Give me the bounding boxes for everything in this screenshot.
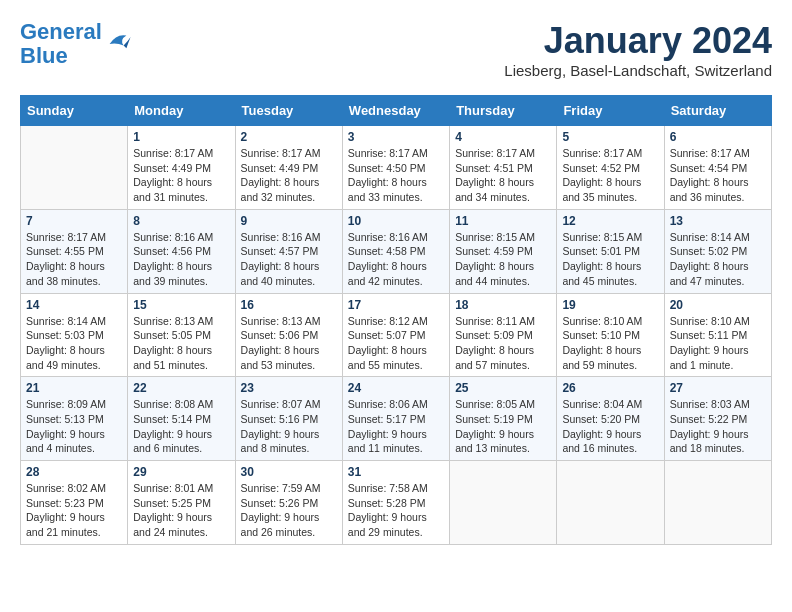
day-number: 3 bbox=[348, 130, 444, 144]
weekday-header-monday: Monday bbox=[128, 96, 235, 126]
calendar-cell: 31Sunrise: 7:58 AMSunset: 5:28 PMDayligh… bbox=[342, 461, 449, 545]
calendar-cell: 10Sunrise: 8:16 AMSunset: 4:58 PMDayligh… bbox=[342, 209, 449, 293]
day-info: Sunrise: 8:17 AMSunset: 4:55 PMDaylight:… bbox=[26, 230, 122, 289]
calendar-cell: 19Sunrise: 8:10 AMSunset: 5:10 PMDayligh… bbox=[557, 293, 664, 377]
day-info: Sunrise: 8:11 AMSunset: 5:09 PMDaylight:… bbox=[455, 314, 551, 373]
calendar-cell: 5Sunrise: 8:17 AMSunset: 4:52 PMDaylight… bbox=[557, 126, 664, 210]
calendar-cell: 30Sunrise: 7:59 AMSunset: 5:26 PMDayligh… bbox=[235, 461, 342, 545]
day-number: 11 bbox=[455, 214, 551, 228]
day-number: 14 bbox=[26, 298, 122, 312]
day-info: Sunrise: 8:17 AMSunset: 4:49 PMDaylight:… bbox=[133, 146, 229, 205]
weekday-header-row: SundayMondayTuesdayWednesdayThursdayFrid… bbox=[21, 96, 772, 126]
calendar-cell bbox=[664, 461, 771, 545]
day-number: 21 bbox=[26, 381, 122, 395]
day-info: Sunrise: 8:15 AMSunset: 5:01 PMDaylight:… bbox=[562, 230, 658, 289]
day-number: 22 bbox=[133, 381, 229, 395]
day-number: 30 bbox=[241, 465, 337, 479]
subtitle: Liesberg, Basel-Landschaft, Switzerland bbox=[504, 62, 772, 79]
calendar-cell: 14Sunrise: 8:14 AMSunset: 5:03 PMDayligh… bbox=[21, 293, 128, 377]
day-info: Sunrise: 7:59 AMSunset: 5:26 PMDaylight:… bbox=[241, 481, 337, 540]
day-number: 17 bbox=[348, 298, 444, 312]
calendar-body: 1Sunrise: 8:17 AMSunset: 4:49 PMDaylight… bbox=[21, 126, 772, 545]
day-number: 20 bbox=[670, 298, 766, 312]
calendar-cell bbox=[21, 126, 128, 210]
weekday-header-wednesday: Wednesday bbox=[342, 96, 449, 126]
weekday-header-saturday: Saturday bbox=[664, 96, 771, 126]
day-info: Sunrise: 8:04 AMSunset: 5:20 PMDaylight:… bbox=[562, 397, 658, 456]
day-number: 1 bbox=[133, 130, 229, 144]
calendar-cell: 28Sunrise: 8:02 AMSunset: 5:23 PMDayligh… bbox=[21, 461, 128, 545]
calendar-table: SundayMondayTuesdayWednesdayThursdayFrid… bbox=[20, 95, 772, 545]
day-number: 5 bbox=[562, 130, 658, 144]
day-number: 4 bbox=[455, 130, 551, 144]
day-number: 16 bbox=[241, 298, 337, 312]
day-number: 31 bbox=[348, 465, 444, 479]
day-info: Sunrise: 8:17 AMSunset: 4:50 PMDaylight:… bbox=[348, 146, 444, 205]
calendar-cell: 8Sunrise: 8:16 AMSunset: 4:56 PMDaylight… bbox=[128, 209, 235, 293]
weekday-header-thursday: Thursday bbox=[450, 96, 557, 126]
calendar-cell: 29Sunrise: 8:01 AMSunset: 5:25 PMDayligh… bbox=[128, 461, 235, 545]
day-info: Sunrise: 8:12 AMSunset: 5:07 PMDaylight:… bbox=[348, 314, 444, 373]
calendar-cell: 24Sunrise: 8:06 AMSunset: 5:17 PMDayligh… bbox=[342, 377, 449, 461]
day-number: 27 bbox=[670, 381, 766, 395]
calendar-week-row: 1Sunrise: 8:17 AMSunset: 4:49 PMDaylight… bbox=[21, 126, 772, 210]
logo-line1: General bbox=[20, 19, 102, 44]
day-info: Sunrise: 8:08 AMSunset: 5:14 PMDaylight:… bbox=[133, 397, 229, 456]
calendar-cell: 26Sunrise: 8:04 AMSunset: 5:20 PMDayligh… bbox=[557, 377, 664, 461]
calendar-cell: 4Sunrise: 8:17 AMSunset: 4:51 PMDaylight… bbox=[450, 126, 557, 210]
month-title: January 2024 bbox=[504, 20, 772, 62]
calendar-cell bbox=[450, 461, 557, 545]
calendar-cell bbox=[557, 461, 664, 545]
calendar-cell: 27Sunrise: 8:03 AMSunset: 5:22 PMDayligh… bbox=[664, 377, 771, 461]
calendar-cell: 23Sunrise: 8:07 AMSunset: 5:16 PMDayligh… bbox=[235, 377, 342, 461]
day-number: 9 bbox=[241, 214, 337, 228]
calendar-header: SundayMondayTuesdayWednesdayThursdayFrid… bbox=[21, 96, 772, 126]
calendar-cell: 20Sunrise: 8:10 AMSunset: 5:11 PMDayligh… bbox=[664, 293, 771, 377]
day-info: Sunrise: 8:07 AMSunset: 5:16 PMDaylight:… bbox=[241, 397, 337, 456]
logo-line2: Blue bbox=[20, 43, 68, 68]
calendar-cell: 17Sunrise: 8:12 AMSunset: 5:07 PMDayligh… bbox=[342, 293, 449, 377]
day-info: Sunrise: 8:09 AMSunset: 5:13 PMDaylight:… bbox=[26, 397, 122, 456]
day-number: 15 bbox=[133, 298, 229, 312]
calendar-cell: 16Sunrise: 8:13 AMSunset: 5:06 PMDayligh… bbox=[235, 293, 342, 377]
calendar-cell: 22Sunrise: 8:08 AMSunset: 5:14 PMDayligh… bbox=[128, 377, 235, 461]
day-number: 23 bbox=[241, 381, 337, 395]
page-header: General Blue January 2024 Liesberg, Base… bbox=[20, 20, 772, 79]
calendar-cell: 18Sunrise: 8:11 AMSunset: 5:09 PMDayligh… bbox=[450, 293, 557, 377]
day-info: Sunrise: 8:17 AMSunset: 4:49 PMDaylight:… bbox=[241, 146, 337, 205]
day-info: Sunrise: 8:03 AMSunset: 5:22 PMDaylight:… bbox=[670, 397, 766, 456]
calendar-cell: 11Sunrise: 8:15 AMSunset: 4:59 PMDayligh… bbox=[450, 209, 557, 293]
day-number: 7 bbox=[26, 214, 122, 228]
logo-text: General Blue bbox=[20, 20, 102, 68]
logo-bird-icon bbox=[104, 30, 132, 58]
day-info: Sunrise: 8:13 AMSunset: 5:06 PMDaylight:… bbox=[241, 314, 337, 373]
calendar-cell: 1Sunrise: 8:17 AMSunset: 4:49 PMDaylight… bbox=[128, 126, 235, 210]
day-number: 6 bbox=[670, 130, 766, 144]
day-number: 26 bbox=[562, 381, 658, 395]
day-number: 2 bbox=[241, 130, 337, 144]
calendar-cell: 2Sunrise: 8:17 AMSunset: 4:49 PMDaylight… bbox=[235, 126, 342, 210]
calendar-cell: 13Sunrise: 8:14 AMSunset: 5:02 PMDayligh… bbox=[664, 209, 771, 293]
weekday-header-sunday: Sunday bbox=[21, 96, 128, 126]
day-info: Sunrise: 8:02 AMSunset: 5:23 PMDaylight:… bbox=[26, 481, 122, 540]
calendar-week-row: 28Sunrise: 8:02 AMSunset: 5:23 PMDayligh… bbox=[21, 461, 772, 545]
day-number: 29 bbox=[133, 465, 229, 479]
day-info: Sunrise: 8:14 AMSunset: 5:02 PMDaylight:… bbox=[670, 230, 766, 289]
day-info: Sunrise: 8:17 AMSunset: 4:51 PMDaylight:… bbox=[455, 146, 551, 205]
calendar-cell: 25Sunrise: 8:05 AMSunset: 5:19 PMDayligh… bbox=[450, 377, 557, 461]
day-info: Sunrise: 8:14 AMSunset: 5:03 PMDaylight:… bbox=[26, 314, 122, 373]
calendar-cell: 12Sunrise: 8:15 AMSunset: 5:01 PMDayligh… bbox=[557, 209, 664, 293]
day-info: Sunrise: 8:10 AMSunset: 5:11 PMDaylight:… bbox=[670, 314, 766, 373]
day-info: Sunrise: 8:06 AMSunset: 5:17 PMDaylight:… bbox=[348, 397, 444, 456]
day-number: 24 bbox=[348, 381, 444, 395]
day-info: Sunrise: 7:58 AMSunset: 5:28 PMDaylight:… bbox=[348, 481, 444, 540]
day-info: Sunrise: 8:17 AMSunset: 4:52 PMDaylight:… bbox=[562, 146, 658, 205]
day-info: Sunrise: 8:16 AMSunset: 4:56 PMDaylight:… bbox=[133, 230, 229, 289]
day-info: Sunrise: 8:17 AMSunset: 4:54 PMDaylight:… bbox=[670, 146, 766, 205]
day-info: Sunrise: 8:05 AMSunset: 5:19 PMDaylight:… bbox=[455, 397, 551, 456]
day-number: 8 bbox=[133, 214, 229, 228]
logo: General Blue bbox=[20, 20, 132, 68]
calendar-cell: 15Sunrise: 8:13 AMSunset: 5:05 PMDayligh… bbox=[128, 293, 235, 377]
calendar-cell: 3Sunrise: 8:17 AMSunset: 4:50 PMDaylight… bbox=[342, 126, 449, 210]
title-block: January 2024 Liesberg, Basel-Landschaft,… bbox=[504, 20, 772, 79]
